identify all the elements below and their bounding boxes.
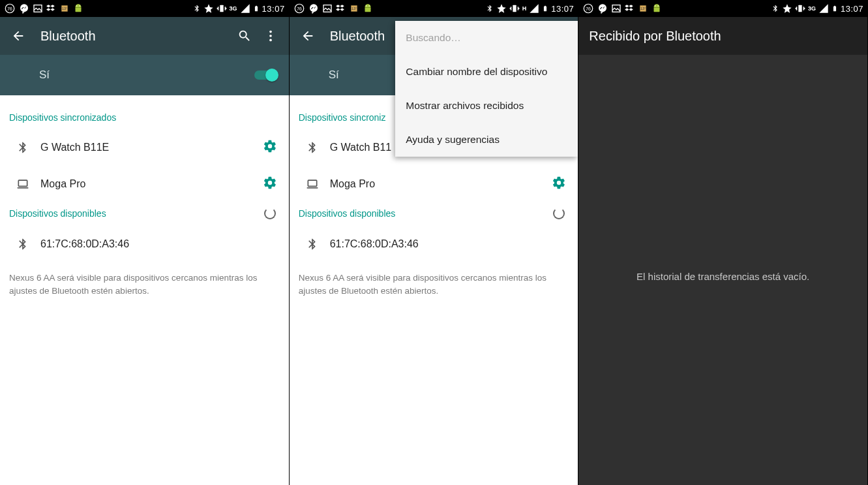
status-bar: 7613°H13:07 bbox=[290, 0, 578, 17]
bluetooth-toggle-row[interactable]: Sí bbox=[0, 55, 289, 95]
search-button[interactable] bbox=[232, 23, 258, 49]
vibrate-icon bbox=[509, 3, 520, 14]
bluetooth-icon bbox=[9, 140, 37, 155]
visibility-footnote: Nexus 6 AA será visible para dispositivo… bbox=[0, 262, 289, 297]
weather-icon: 13° bbox=[638, 3, 648, 14]
menu-item-rename-device[interactable]: Cambiar nombre del dispositivo bbox=[395, 55, 578, 89]
laptop-icon bbox=[9, 178, 37, 191]
app-bar-title: Recibido por Bluetooth bbox=[589, 29, 862, 44]
battery-icon bbox=[831, 3, 838, 14]
battery-circle-icon: 76 bbox=[582, 3, 594, 14]
svg-text:76: 76 bbox=[297, 7, 302, 11]
star-icon bbox=[203, 3, 214, 14]
svg-rect-38 bbox=[798, 5, 801, 12]
svg-rect-26 bbox=[544, 7, 546, 12]
gear-icon bbox=[263, 176, 277, 190]
clock: 13:07 bbox=[841, 4, 863, 14]
status-bar: 7613°3G13:07 bbox=[0, 0, 289, 17]
screen-bluetooth-settings: 7613°3G13:07 Bluetooth Sí Dispositivos s… bbox=[0, 0, 290, 485]
screen-bluetooth-menu-open: 7613°H13:07 Bluetooth Sí Dispositivos si… bbox=[290, 0, 579, 485]
device-settings-button[interactable] bbox=[263, 176, 280, 193]
svg-point-23 bbox=[366, 5, 367, 7]
status-bar: 7613°3G13:07 bbox=[578, 0, 867, 17]
image-icon bbox=[322, 3, 333, 14]
gear-icon bbox=[552, 176, 566, 190]
svg-point-18 bbox=[310, 4, 318, 12]
paired-device-row[interactable]: Moga Pro bbox=[290, 166, 578, 202]
svg-point-2 bbox=[20, 4, 28, 12]
battery-icon bbox=[542, 3, 548, 14]
gear-icon bbox=[263, 139, 277, 153]
signal-icon bbox=[240, 3, 250, 14]
bluetooth-switch[interactable] bbox=[252, 69, 278, 82]
svg-point-31 bbox=[599, 4, 606, 12]
android-icon bbox=[362, 3, 374, 14]
svg-point-36 bbox=[655, 5, 656, 7]
device-name: 61:7C:68:0D:A3:46 bbox=[326, 238, 569, 250]
more-vert-icon bbox=[263, 29, 278, 43]
star-icon bbox=[496, 3, 507, 14]
bluetooth-icon bbox=[9, 236, 37, 252]
paired-device-row[interactable]: Moga Pro bbox=[0, 166, 289, 202]
device-settings-button[interactable] bbox=[263, 139, 280, 156]
svg-rect-11 bbox=[256, 6, 257, 7]
paired-device-row[interactable]: G Watch B11E bbox=[0, 129, 289, 166]
messenger-icon bbox=[308, 3, 320, 14]
screen-received-files: 7613°3G13:07 Recibido por Bluetooth El h… bbox=[578, 0, 868, 485]
svg-text:13°: 13° bbox=[352, 7, 357, 10]
battery-icon bbox=[253, 3, 260, 14]
menu-item-show-received[interactable]: Mostrar archivos recibidos bbox=[395, 89, 578, 123]
scanning-spinner-icon bbox=[553, 208, 565, 219]
image-icon bbox=[611, 3, 621, 14]
messenger-icon bbox=[597, 3, 608, 14]
clock: 13:07 bbox=[551, 4, 574, 14]
image-icon bbox=[33, 3, 43, 14]
available-device-row[interactable]: 61:7C:68:0D:A3:46 bbox=[0, 226, 289, 262]
back-button[interactable] bbox=[295, 23, 321, 49]
svg-rect-6 bbox=[76, 8, 82, 12]
menu-item-help[interactable]: Ayuda y sugerencias bbox=[395, 123, 578, 157]
battery-circle-icon: 76 bbox=[4, 3, 16, 14]
svg-point-37 bbox=[658, 5, 659, 7]
signal-type-label: H bbox=[522, 5, 527, 12]
device-name: Moga Pro bbox=[326, 178, 552, 190]
bluetooth-icon bbox=[299, 236, 326, 252]
bluetooth-status-icon bbox=[486, 3, 494, 14]
bluetooth-icon bbox=[299, 140, 326, 155]
app-bar: Recibido por Bluetooth bbox=[578, 17, 867, 55]
toggle-label: Sí bbox=[329, 69, 339, 82]
messenger-icon bbox=[18, 3, 30, 14]
signal-icon bbox=[529, 3, 539, 14]
weather-icon: 13° bbox=[59, 3, 70, 14]
app-bar-title: Bluetooth bbox=[40, 29, 232, 44]
app-bar: Bluetooth bbox=[0, 17, 289, 55]
svg-point-14 bbox=[269, 39, 272, 42]
svg-rect-15 bbox=[18, 180, 27, 186]
svg-text:13°: 13° bbox=[640, 7, 646, 10]
svg-point-12 bbox=[269, 31, 272, 33]
scanning-spinner-icon bbox=[264, 208, 276, 219]
signal-icon bbox=[818, 3, 829, 14]
device-name: Moga Pro bbox=[37, 178, 263, 190]
android-icon bbox=[651, 3, 663, 14]
svg-text:76: 76 bbox=[7, 7, 12, 11]
signal-type-label: 3G bbox=[808, 5, 816, 12]
svg-rect-27 bbox=[545, 6, 546, 7]
dropbox-icon bbox=[335, 3, 346, 14]
available-device-row[interactable]: 61:7C:68:0D:A3:46 bbox=[290, 226, 578, 262]
svg-point-24 bbox=[368, 5, 370, 7]
svg-point-13 bbox=[269, 35, 272, 37]
svg-rect-28 bbox=[308, 180, 316, 186]
device-settings-button[interactable] bbox=[552, 176, 569, 193]
search-icon bbox=[237, 29, 252, 43]
signal-type-label: 3G bbox=[230, 5, 237, 12]
svg-rect-9 bbox=[220, 5, 223, 12]
svg-rect-22 bbox=[365, 8, 370, 12]
back-button[interactable] bbox=[5, 23, 31, 49]
svg-rect-40 bbox=[834, 6, 835, 7]
visibility-footnote: Nexus 6 AA será visible para dispositivo… bbox=[290, 262, 578, 297]
svg-point-7 bbox=[76, 5, 78, 7]
svg-text:76: 76 bbox=[586, 7, 591, 11]
vibrate-icon bbox=[795, 3, 805, 14]
overflow-button[interactable] bbox=[258, 23, 284, 49]
